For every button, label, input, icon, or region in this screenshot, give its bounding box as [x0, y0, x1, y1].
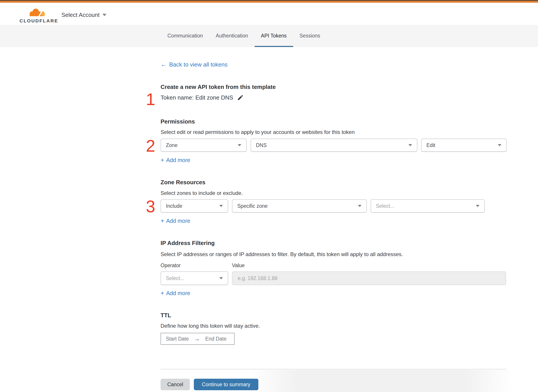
permission-service-value: DNS [256, 142, 267, 148]
plus-icon: + [161, 218, 164, 224]
zone-resources-add-more-link[interactable]: + Add more [161, 217, 190, 225]
zone-include-dropdown[interactable]: Include [161, 199, 228, 213]
add-more-label: Add more [166, 289, 190, 297]
footer-divider [161, 369, 507, 369]
cancel-button[interactable]: Cancel [161, 379, 190, 390]
header: CLOUDFLARE Select Account [0, 3, 538, 25]
tab-api-tokens[interactable]: API Tokens [255, 25, 293, 47]
ttl-date-range-picker[interactable]: Start Date → End Date [161, 333, 235, 345]
permission-access-dropdown[interactable]: Edit [421, 139, 507, 152]
back-to-tokens-link[interactable]: ← Back to view all tokens [161, 61, 228, 68]
permissions-description: Select edit or read permissions to apply… [161, 128, 355, 136]
permissions-heading: Permissions [161, 118, 195, 125]
ttl-heading: TTL [161, 312, 171, 319]
operator-select-dropdown[interactable]: Select... [161, 271, 228, 285]
ip-filtering-description: Select IP addresses or ranges of IP addr… [161, 251, 403, 258]
cloudflare-logo[interactable]: CLOUDFLARE [19, 5, 51, 26]
permission-scope-dropdown[interactable]: Zone [161, 139, 247, 152]
step-3-marker: 3 [142, 198, 155, 215]
permission-service-dropdown[interactable]: DNS [251, 139, 417, 152]
top-orange-bar [0, 1, 538, 3]
back-link-label: Back to view all tokens [169, 61, 228, 68]
operator-label: Operator [161, 262, 181, 269]
footer-buttons: Cancel Continue to summary [161, 379, 258, 390]
caret-down-icon [408, 144, 412, 146]
tabs: Communication Authentication API Tokens … [161, 25, 327, 47]
caret-down-icon [219, 277, 223, 279]
tab-communication[interactable]: Communication [161, 25, 209, 47]
value-label: Value [232, 262, 245, 269]
tab-authentication[interactable]: Authentication [209, 25, 255, 47]
zone-select-placeholder: Select... [376, 203, 394, 209]
ttl-description: Define how long this token will stay act… [161, 322, 260, 330]
right-arrow-icon: → [194, 336, 200, 342]
token-name-value: Edit zone DNS [195, 94, 233, 101]
edit-token-name-button[interactable] [237, 94, 244, 101]
continue-to-summary-button[interactable]: Continue to summary [194, 379, 258, 390]
ip-filtering-heading: IP Address Filtering [161, 239, 215, 247]
cloudflare-wordmark: CLOUDFLARE [19, 18, 51, 23]
zone-resources-description: Select zones to include or exclude. [161, 189, 243, 197]
caret-down-icon [219, 205, 223, 207]
account-selector-label: Select Account [61, 12, 100, 19]
caret-down-icon [238, 144, 241, 146]
plus-icon: + [161, 290, 164, 296]
permissions-add-more-link[interactable]: + Add more [161, 156, 190, 164]
operator-select-placeholder: Select... [166, 275, 184, 281]
zone-resources-dropdown-row: Include Specific zone Select... [161, 199, 485, 213]
cloudflare-cloud-icon [27, 7, 48, 17]
caret-down-icon [476, 205, 479, 207]
permission-scope-value: Zone [166, 142, 178, 148]
zone-select-dropdown[interactable]: Select... [370, 199, 485, 213]
token-name-label: Token name: [161, 94, 194, 101]
permissions-dropdown-row: Zone DNS Edit [161, 139, 507, 152]
ip-filtering-add-more-link[interactable]: + Add more [161, 289, 190, 297]
zone-type-value: Specific zone [237, 203, 268, 209]
add-more-label: Add more [166, 217, 190, 225]
page: CLOUDFLARE Select Account Communication … [0, 0, 538, 392]
footer-shade [251, 370, 512, 392]
zone-type-dropdown[interactable]: Specific zone [232, 199, 367, 213]
token-name-line: Token name: Edit zone DNS [161, 94, 244, 101]
tab-sessions[interactable]: Sessions [293, 25, 327, 47]
tab-bar: Communication Authentication API Tokens … [0, 25, 538, 47]
end-date-label: End Date [205, 336, 227, 342]
step-2-marker: 2 [142, 137, 155, 154]
start-date-label: Start Date [166, 336, 189, 342]
permission-access-value: Edit [426, 142, 435, 148]
back-arrow-icon: ← [161, 61, 167, 68]
account-selector[interactable]: Select Account [61, 10, 107, 19]
caret-down-icon [498, 144, 501, 146]
edit-pencil-icon [237, 94, 244, 101]
step-1-marker: 1 [142, 91, 155, 108]
zone-resources-heading: Zone Resources [161, 178, 205, 186]
caret-down-icon [358, 205, 361, 207]
add-more-label: Add more [166, 156, 190, 164]
create-token-heading: Create a new API token from this templat… [161, 83, 276, 91]
zone-include-value: Include [166, 203, 182, 209]
plus-icon: + [161, 157, 164, 163]
ip-value-input[interactable] [232, 271, 506, 285]
chevron-down-icon [103, 14, 107, 16]
ip-filtering-row: Select... [161, 271, 506, 285]
